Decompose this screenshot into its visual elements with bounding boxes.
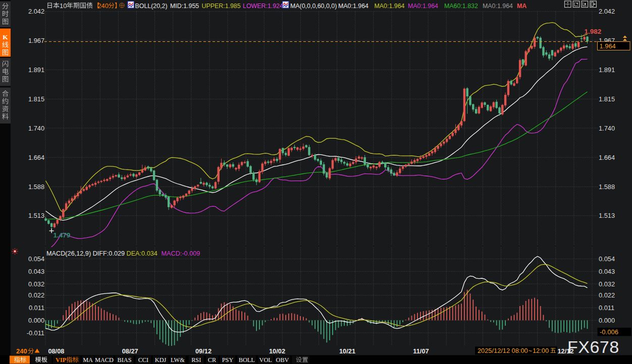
svg-text:0.032: 0.032 [599,280,615,288]
svg-text:12/12: 12/12 [558,347,574,355]
svg-text:2025/12/12 08:00: 2025/12/12 08:00 [478,347,528,354]
svg-text:1.964: 1.964 [600,42,616,50]
svg-text:08/08: 08/08 [48,347,64,355]
svg-text:1.588: 1.588 [28,183,44,191]
svg-text:2.042: 2.042 [599,8,615,15]
svg-text:0.054: 0.054 [599,255,615,263]
svg-text:FX678: FX678 [567,337,619,356]
svg-text:08/27: 08/27 [122,347,138,355]
svg-text:10/21: 10/21 [339,347,355,355]
svg-text:BOLL: BOLL [239,356,255,363]
svg-text:K: K [3,33,8,41]
svg-text:VOL: VOL [259,356,272,363]
svg-text:2.042: 2.042 [28,8,44,15]
svg-text:PSY: PSY [222,356,234,363]
svg-text:MA(0,0,0,60,0,0): MA(0,0,0,60,0,0) [290,3,337,10]
svg-text:CCI: CCI [138,356,149,363]
svg-text:BIAS: BIAS [117,356,131,363]
svg-text:MA60:1.832: MA60:1.832 [444,3,478,10]
svg-text:09/12: 09/12 [195,347,212,355]
svg-text:1.740: 1.740 [599,125,615,132]
svg-text:1.967: 1.967 [28,37,44,44]
svg-text:BOLL(20,2): BOLL(20,2) [135,3,168,10]
svg-text:1.982: 1.982 [585,28,602,35]
svg-text:12:00: 12:00 [533,347,549,354]
svg-text:1.740: 1.740 [28,125,44,132]
svg-text:OBV: OBV [276,356,289,363]
svg-text:VIP: VIP [56,356,67,363]
svg-text:1.891: 1.891 [28,66,44,74]
svg-text:DEA:0.034: DEA:0.034 [127,250,157,257]
svg-text:MA: MA [83,356,93,363]
svg-text:10: 10 [60,2,67,10]
svg-text:0.054: 0.054 [28,255,44,263]
svg-text:11/07: 11/07 [413,347,429,355]
svg-text:LW&: LW& [171,356,185,363]
svg-text:1.664: 1.664 [28,154,44,161]
svg-text:0.032: 0.032 [28,280,44,288]
svg-text:1.815: 1.815 [599,95,615,103]
svg-text:RSI: RSI [191,356,201,363]
svg-text:0.000: 0.000 [599,317,615,324]
svg-text:MACD: MACD [95,356,114,363]
svg-text:MID:1.955: MID:1.955 [170,3,199,10]
svg-text:1.479: 1.479 [53,231,70,239]
svg-text:1.891: 1.891 [599,66,615,74]
svg-text:1.513: 1.513 [599,212,615,219]
svg-text:1.513: 1.513 [28,212,44,219]
svg-text:CR: CR [208,356,217,363]
svg-text:0.011: 0.011 [599,304,614,312]
svg-text:MA0:1.964: MA0:1.964 [338,3,368,10]
svg-text:MACD:-0.009: MACD:-0.009 [162,250,200,257]
svg-text:0.011: 0.011 [29,304,44,312]
svg-text:MA0:1.964: MA0:1.964 [483,3,513,10]
svg-text:MA: MA [517,3,526,10]
svg-text:1.588: 1.588 [599,183,615,191]
svg-text:0.022: 0.022 [28,291,44,299]
svg-text:MA0:1.964: MA0:1.964 [408,3,438,10]
svg-text:10/02: 10/02 [269,347,285,355]
svg-text:240: 240 [16,347,27,355]
svg-text:0.043: 0.043 [599,268,615,275]
svg-text:1.815: 1.815 [28,95,44,103]
svg-text:UPPER:1.985: UPPER:1.985 [202,3,241,10]
svg-text:-0.011: -0.011 [27,329,44,337]
svg-text:0.000: 0.000 [28,317,44,324]
svg-text:1.664: 1.664 [599,154,615,161]
svg-text:MACD(26,12,9) DIFF:0.029: MACD(26,12,9) DIFF:0.029 [46,250,125,257]
svg-text:240: 240 [98,2,109,10]
svg-text:LOWER:1.924: LOWER:1.924 [243,3,283,10]
svg-text:0.043: 0.043 [28,268,44,275]
svg-text:KDJ: KDJ [155,356,167,363]
svg-text:0.022: 0.022 [599,291,615,299]
svg-text:MA0:1.964: MA0:1.964 [375,3,405,10]
svg-text:~: ~ [529,347,532,354]
svg-text:-0.006: -0.006 [600,328,618,336]
